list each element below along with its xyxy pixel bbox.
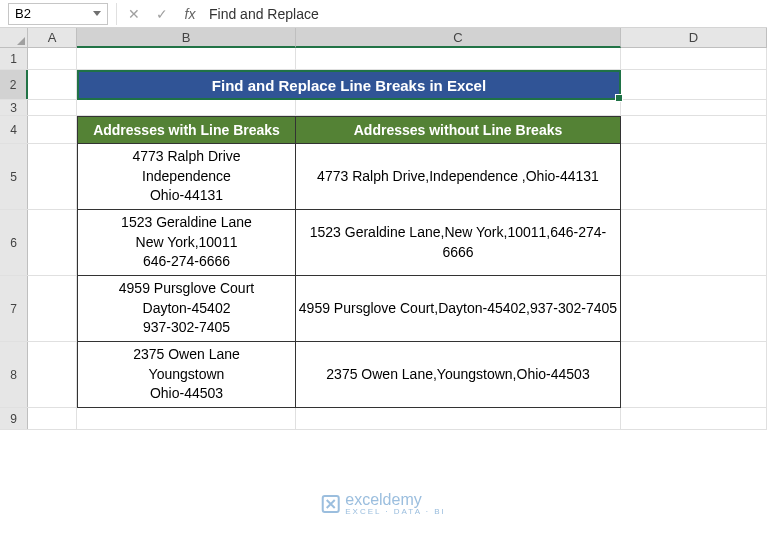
cell-B3[interactable] xyxy=(77,100,296,115)
enter-icon[interactable]: ✓ xyxy=(153,6,171,22)
cell-A8[interactable] xyxy=(28,342,77,407)
name-box-dropdown-icon[interactable] xyxy=(93,11,101,16)
formula-bar: B2 ✕ ✓ fx xyxy=(0,0,767,28)
watermark-text: exceldemy EXCEL · DATA · BI xyxy=(345,491,446,516)
row-header-5[interactable]: 5 xyxy=(0,144,28,209)
name-box-value: B2 xyxy=(15,6,31,21)
cell-C5[interactable] xyxy=(296,144,621,209)
spreadsheet-grid: A B C D 1 2 3 4 5 6 xyxy=(0,28,767,430)
cell-D7[interactable] xyxy=(621,276,767,341)
row-header-4[interactable]: 4 xyxy=(0,116,28,143)
cell-B1[interactable] xyxy=(77,48,296,69)
column-header-A[interactable]: A xyxy=(28,28,77,47)
cell-B4[interactable] xyxy=(77,116,296,143)
formula-bar-buttons: ✕ ✓ fx xyxy=(125,6,199,22)
watermark: exceldemy EXCEL · DATA · BI xyxy=(321,491,446,516)
cell-C8[interactable] xyxy=(296,342,621,407)
title-cell-selected[interactable]: Find and Replace Line Breaks in Excel xyxy=(77,70,621,100)
row-header-2[interactable]: 2 xyxy=(0,70,28,99)
cell-A4[interactable] xyxy=(28,116,77,143)
cell-A3[interactable] xyxy=(28,100,77,115)
select-all-corner[interactable] xyxy=(0,28,28,47)
cell-C1[interactable] xyxy=(296,48,621,69)
row-5: 5 xyxy=(0,144,767,210)
column-header-C[interactable]: C xyxy=(296,28,621,48)
cell-A2[interactable] xyxy=(28,70,77,99)
row-header-1[interactable]: 1 xyxy=(0,48,28,69)
row-9: 9 xyxy=(0,408,767,430)
cell-A7[interactable] xyxy=(28,276,77,341)
cell-C7[interactable] xyxy=(296,276,621,341)
watermark-tagline: EXCEL · DATA · BI xyxy=(345,507,446,516)
cell-B6[interactable] xyxy=(77,210,296,275)
row-header-8[interactable]: 8 xyxy=(0,342,28,407)
cell-D4[interactable] xyxy=(621,116,767,143)
cell-B5[interactable] xyxy=(77,144,296,209)
cell-B8[interactable] xyxy=(77,342,296,407)
row-1: 1 xyxy=(0,48,767,70)
cell-D3[interactable] xyxy=(621,100,767,115)
name-box[interactable]: B2 xyxy=(8,3,108,25)
row-header-3[interactable]: 3 xyxy=(0,100,28,115)
cell-B9[interactable] xyxy=(77,408,296,429)
title-text: Find and Replace Line Breaks in Excel xyxy=(212,77,486,94)
cell-C3[interactable] xyxy=(296,100,621,115)
cell-D8[interactable] xyxy=(621,342,767,407)
row-8: 8 xyxy=(0,342,767,408)
column-headers: A B C D xyxy=(0,28,767,48)
cell-C9[interactable] xyxy=(296,408,621,429)
column-header-D[interactable]: D xyxy=(621,28,767,47)
cell-D6[interactable] xyxy=(621,210,767,275)
cell-C4[interactable] xyxy=(296,116,621,143)
row-header-9[interactable]: 9 xyxy=(0,408,28,429)
cell-A6[interactable] xyxy=(28,210,77,275)
row-7: 7 xyxy=(0,276,767,342)
cell-D9[interactable] xyxy=(621,408,767,429)
cell-D1[interactable] xyxy=(621,48,767,69)
cell-A9[interactable] xyxy=(28,408,77,429)
cell-D5[interactable] xyxy=(621,144,767,209)
row-6: 6 xyxy=(0,210,767,276)
row-3: 3 xyxy=(0,100,767,116)
fx-icon[interactable]: fx xyxy=(181,6,199,22)
row-header-6[interactable]: 6 xyxy=(0,210,28,275)
column-header-B[interactable]: B xyxy=(77,28,296,48)
cancel-icon[interactable]: ✕ xyxy=(125,6,143,22)
cell-A5[interactable] xyxy=(28,144,77,209)
formula-input[interactable] xyxy=(199,3,767,25)
watermark-logo-icon xyxy=(321,495,339,513)
row-header-7[interactable]: 7 xyxy=(0,276,28,341)
watermark-brand: exceldemy xyxy=(345,491,421,508)
cell-A1[interactable] xyxy=(28,48,77,69)
cell-D2[interactable] xyxy=(621,70,767,99)
row-4: 4 xyxy=(0,116,767,144)
separator xyxy=(116,3,117,25)
cell-B7[interactable] xyxy=(77,276,296,341)
cell-C6[interactable] xyxy=(296,210,621,275)
